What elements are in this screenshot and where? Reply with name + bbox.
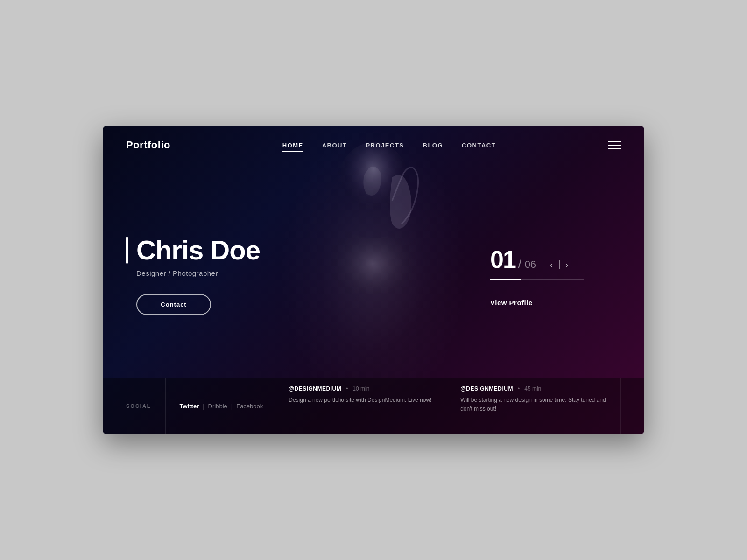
feed-dot-1: •	[346, 385, 348, 392]
social-tab-facebook[interactable]: Facebook	[236, 401, 263, 412]
slide-progress-fill	[490, 279, 521, 280]
feed-handle-1: @DESIGNMEDIUM	[289, 385, 341, 392]
v-line-seg-2	[623, 218, 623, 269]
v-line-seg-3	[623, 272, 623, 323]
social-bar: SOCIAL Twitter | Dribble | Facebook @DES…	[103, 378, 644, 434]
nav-item-blog[interactable]: BLOG	[423, 141, 444, 149]
nav-item-about[interactable]: ABOUT	[322, 141, 347, 149]
right-content: 01 / 06 ‹ › View Profile	[490, 164, 621, 378]
nav: Portfolio HOME ABOUT PROJECTS BLOG CONTA…	[103, 126, 644, 164]
social-tabs-col: Twitter | Dribble | Facebook	[166, 378, 278, 434]
hero-subtitle: Designer / Photographer	[136, 269, 303, 277]
hamburger-line-2	[608, 145, 621, 146]
feed-item-1: @DESIGNMEDIUM • 10 min Design a new port…	[277, 378, 449, 434]
social-label-col: SOCIAL	[126, 378, 166, 434]
nav-item-projects[interactable]: PROJECTS	[366, 141, 404, 149]
social-sep-1: |	[203, 403, 204, 410]
accent-bar	[126, 237, 128, 264]
feed-item-2: @DESIGNMEDIUM • 45 min Will be starting …	[449, 378, 621, 434]
feed-text-2: Will be starting a new design in some ti…	[460, 396, 609, 413]
nav-links: HOME ABOUT PROJECTS BLOG CONTACT	[282, 141, 496, 149]
hamburger-menu[interactable]	[608, 141, 621, 149]
next-arrow[interactable]: ›	[565, 259, 569, 270]
hamburger-line-1	[608, 141, 621, 142]
slide-dot	[559, 260, 560, 269]
feed-header-1: @DESIGNMEDIUM • 10 min	[289, 385, 437, 392]
hero-name: Chris Doe	[136, 237, 260, 264]
social-label: SOCIAL	[126, 403, 151, 409]
social-tab-dribbble[interactable]: Dribble	[208, 401, 227, 412]
v-line-seg-1	[623, 165, 623, 216]
feed-text-1: Design a new portfolio site with DesignM…	[289, 396, 437, 405]
social-tab-twitter[interactable]: Twitter	[180, 401, 199, 412]
social-feeds: @DESIGNMEDIUM • 10 min Design a new port…	[277, 378, 621, 434]
feed-handle-2: @DESIGNMEDIUM	[460, 385, 513, 392]
left-content: Chris Doe Designer / Photographer Contac…	[126, 164, 303, 378]
hero-section: Portfolio HOME ABOUT PROJECTS BLOG CONTA…	[103, 126, 644, 434]
v-line-seg-4	[623, 326, 623, 377]
social-sep-2: |	[231, 403, 233, 410]
slide-current: 01	[490, 245, 515, 273]
nav-item-home[interactable]: HOME	[282, 141, 303, 149]
contact-button[interactable]: Contact	[136, 294, 211, 315]
hero-content: Chris Doe Designer / Photographer Contac…	[103, 164, 644, 378]
feed-header-2: @DESIGNMEDIUM • 45 min	[460, 385, 609, 392]
nav-item-contact[interactable]: CONTACT	[462, 141, 496, 149]
browser-frame: Portfolio HOME ABOUT PROJECTS BLOG CONTA…	[103, 126, 644, 434]
name-block: Chris Doe	[126, 237, 303, 264]
vertical-line-right	[623, 163, 623, 378]
view-profile-link[interactable]: View Profile	[490, 299, 593, 307]
feed-time-2: 45 min	[524, 385, 541, 392]
slide-progress-bar	[490, 279, 584, 280]
hamburger-line-3	[608, 148, 621, 149]
prev-arrow[interactable]: ‹	[550, 259, 553, 270]
feed-time-1: 10 min	[352, 385, 369, 392]
slide-total: 06	[525, 259, 536, 271]
slide-counter: 01 / 06 ‹ ›	[490, 245, 593, 273]
logo[interactable]: Portfolio	[126, 139, 170, 151]
feed-dot-2: •	[518, 385, 520, 392]
slide-divider: /	[518, 256, 522, 271]
